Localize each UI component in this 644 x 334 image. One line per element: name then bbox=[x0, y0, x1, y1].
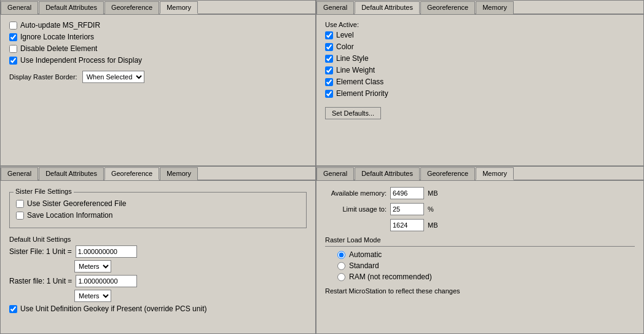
sister-file-section-title: Sister File Settings bbox=[14, 188, 74, 195]
tab-memory-tr[interactable]: Memory bbox=[476, 1, 514, 14]
raster-unit-select[interactable]: MetersFeetInches bbox=[74, 290, 111, 302]
ram-label: RAM (not recommended) bbox=[349, 272, 432, 281]
use-sister-row: Use Sister Georeferenced File bbox=[16, 199, 300, 208]
tab-default-attrs-tr[interactable]: Default Attributes bbox=[355, 1, 420, 14]
line-weight-checkbox[interactable] bbox=[325, 66, 333, 74]
auto-update-row: Auto-update MS_RFDIR bbox=[9, 21, 307, 30]
standard-radio[interactable] bbox=[337, 262, 345, 270]
default-unit-title: Default Unit Settings bbox=[9, 236, 307, 243]
tab-general-bl[interactable]: General bbox=[1, 167, 38, 180]
sister-file-line: Sister File: 1 Unit = bbox=[9, 245, 307, 258]
save-location-label: Save Location Information bbox=[27, 211, 112, 220]
color-row: Color bbox=[325, 42, 635, 51]
limit-usage-label: Limit usage to: bbox=[325, 205, 387, 213]
bottom-left-panel: General Default Attributes Georeference … bbox=[0, 166, 316, 334]
sister-file-unit-label: Sister File: 1 Unit = bbox=[9, 247, 72, 256]
raster-load-mode-label: Raster Load Mode bbox=[325, 236, 635, 244]
standard-label: Standard bbox=[349, 261, 379, 270]
level-row: Level bbox=[325, 31, 635, 39]
sister-file-section: Sister File Settings Use Sister Georefer… bbox=[9, 192, 307, 228]
top-left-tabs: General Default Attributes Georeference … bbox=[1, 1, 315, 15]
ram-radio-row: RAM (not recommended) bbox=[337, 272, 635, 281]
available-memory-row: Available memory: MB bbox=[325, 187, 635, 199]
save-location-checkbox[interactable] bbox=[16, 212, 24, 220]
sister-unit-select[interactable]: MetersFeetInches bbox=[74, 260, 111, 272]
limit-usage-input[interactable] bbox=[390, 203, 424, 215]
tab-memory-tl[interactable]: Memory bbox=[160, 1, 198, 14]
line-weight-label: Line Weight bbox=[336, 66, 375, 74]
save-location-row: Save Location Information bbox=[16, 211, 300, 220]
top-left-panel: General Default Attributes Georeference … bbox=[0, 0, 316, 166]
ignore-locate-checkbox[interactable] bbox=[9, 33, 17, 41]
line-style-label: Line Style bbox=[336, 54, 369, 63]
level-checkbox[interactable] bbox=[325, 31, 333, 39]
sister-unit-line: MetersFeetInches bbox=[9, 260, 307, 272]
color-checkbox[interactable] bbox=[325, 43, 333, 51]
auto-update-label: Auto-update MS_RFDIR bbox=[20, 21, 100, 30]
use-active-label: Use Active: bbox=[325, 21, 635, 28]
ignore-locate-row: Ignore Locate Interiors bbox=[9, 33, 307, 41]
available-memory-input[interactable] bbox=[390, 187, 424, 199]
top-right-content: Use Active: Level Color Line Style Line … bbox=[316, 15, 643, 125]
bottom-right-tabs: General Default Attributes Georeference … bbox=[316, 167, 643, 181]
tab-general-br[interactable]: General bbox=[316, 167, 354, 180]
display-raster-border-select[interactable]: When SelectedAlwaysNever bbox=[82, 71, 144, 83]
limit-mb-row: MB bbox=[325, 219, 635, 231]
independent-process-checkbox[interactable] bbox=[9, 57, 17, 65]
tab-general-tr[interactable]: General bbox=[316, 1, 354, 14]
raster-file-unit-label: Raster file: 1 Unit = bbox=[9, 277, 72, 285]
automatic-radio[interactable] bbox=[337, 251, 345, 259]
use-sister-label: Use Sister Georeferenced File bbox=[27, 199, 126, 208]
raster-load-mode-section: Raster Load Mode Automatic Standard RAM … bbox=[325, 236, 635, 281]
disable-delete-checkbox[interactable] bbox=[9, 45, 17, 53]
tab-georeference-tr[interactable]: Georeference bbox=[420, 1, 475, 14]
element-priority-row: Element Priority bbox=[325, 89, 635, 98]
limit-usage-unit: % bbox=[428, 205, 434, 213]
top-right-tabs: General Default Attributes Georeference … bbox=[316, 1, 643, 15]
limit-mb-input[interactable] bbox=[390, 219, 424, 231]
use-unit-geokey-checkbox[interactable] bbox=[9, 305, 17, 313]
element-class-checkbox[interactable] bbox=[325, 78, 333, 86]
tab-memory-bl[interactable]: Memory bbox=[160, 167, 198, 180]
sister-file-input[interactable] bbox=[76, 245, 137, 258]
top-left-content: Auto-update MS_RFDIR Ignore Locate Inter… bbox=[1, 15, 315, 89]
line-weight-row: Line Weight bbox=[325, 66, 635, 74]
bottom-left-tabs: General Default Attributes Georeference … bbox=[1, 167, 315, 181]
display-raster-border-row: Display Raster Border: When SelectedAlwa… bbox=[9, 71, 307, 83]
tab-general-tl[interactable]: General bbox=[1, 1, 38, 14]
raster-divider bbox=[325, 246, 635, 247]
tab-default-attrs-tl[interactable]: Default Attributes bbox=[39, 1, 104, 14]
limit-mb-unit: MB bbox=[428, 221, 438, 229]
disable-delete-label: Disable Delete Element bbox=[20, 44, 97, 53]
bottom-left-content: Sister File Settings Use Sister Georefer… bbox=[1, 181, 315, 322]
tab-georeference-tl[interactable]: Georeference bbox=[104, 1, 159, 14]
element-priority-label: Element Priority bbox=[336, 89, 388, 98]
top-right-panel: General Default Attributes Georeference … bbox=[316, 0, 644, 166]
line-style-checkbox[interactable] bbox=[325, 55, 333, 63]
tab-georeference-bl[interactable]: Georeference bbox=[104, 167, 159, 180]
set-defaults-button[interactable]: Set Defaults... bbox=[325, 107, 381, 119]
available-memory-unit: MB bbox=[428, 189, 438, 197]
ram-radio[interactable] bbox=[337, 273, 345, 281]
use-unit-geokey-row: Use Unit Definition Geokey if Present (o… bbox=[9, 304, 307, 313]
restart-text: Restart MicroStation to reflect these ch… bbox=[325, 287, 635, 295]
tab-georeference-br[interactable]: Georeference bbox=[420, 167, 475, 180]
raster-file-line: Raster file: 1 Unit = bbox=[9, 275, 307, 287]
automatic-label: Automatic bbox=[349, 250, 382, 259]
auto-update-checkbox[interactable] bbox=[9, 22, 17, 30]
display-raster-border-label: Display Raster Border: bbox=[9, 73, 77, 81]
use-unit-geokey-label: Use Unit Definition Geokey if Present (o… bbox=[20, 304, 206, 313]
bottom-right-content: Available memory: MB Limit usage to: % M… bbox=[316, 181, 643, 301]
tab-default-attrs-br[interactable]: Default Attributes bbox=[355, 167, 420, 180]
tab-default-attrs-bl[interactable]: Default Attributes bbox=[39, 167, 104, 180]
disable-delete-row: Disable Delete Element bbox=[9, 44, 307, 53]
default-unit-block: Default Unit Settings Sister File: 1 Uni… bbox=[9, 236, 307, 313]
line-style-row: Line Style bbox=[325, 54, 635, 63]
raster-file-input[interactable] bbox=[76, 275, 137, 287]
element-priority-checkbox[interactable] bbox=[325, 90, 333, 98]
independent-process-row: Use Independent Process for Display bbox=[9, 56, 307, 65]
independent-process-label: Use Independent Process for Display bbox=[20, 56, 142, 65]
element-class-label: Element Class bbox=[336, 78, 383, 86]
use-sister-checkbox[interactable] bbox=[16, 200, 24, 208]
tab-memory-br[interactable]: Memory bbox=[476, 167, 514, 180]
